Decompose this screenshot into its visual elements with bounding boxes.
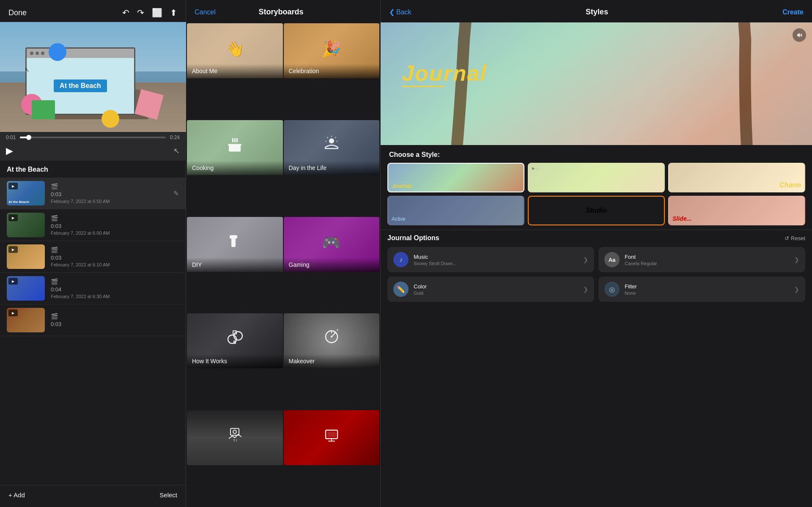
cancel-button[interactable]: Cancel [195,8,216,16]
story-card-celebration[interactable]: 🎉 Celebration [284,23,380,78]
story-card-bottom2[interactable] [284,410,380,465]
option-color[interactable]: ✏️ Color Gold ❯ [387,277,594,302]
style-thumb-charm[interactable]: Charm [668,163,805,192]
svg-rect-2 [232,138,233,142]
option-value-font: Canela Regular [625,261,789,266]
timeline-track[interactable] [20,137,165,138]
mute-icon[interactable] [793,28,806,42]
share-icon[interactable]: ⬆ [170,8,177,18]
time-current: 0:01 [6,134,16,140]
styles-title: Styles [586,8,608,16]
svg-line-9 [327,137,328,138]
editor-footer: + Add Select [0,485,186,507]
style-thumb-studio[interactable]: Studio [528,196,665,225]
style-thumb-active[interactable]: Active [387,196,524,225]
editor-panel: Done ↶ ↷ ⬜ ⬆ At the Beach ↖ [0,0,186,507]
video-preview: At the Beach ↖ [0,22,186,132]
clip-duration: 0:03 [51,223,179,229]
video-icon: 🎬 [51,183,58,190]
makeover-icon: + [322,328,341,350]
story-card-makeover[interactable]: + Makeover [284,313,380,368]
option-label-font: Font [625,254,789,260]
clip-duration: 0:03 [51,321,179,327]
style-thumb-slide[interactable]: Slide... [668,196,805,225]
diy-icon [225,231,244,253]
option-font[interactable]: Aa Font Canela Regular ❯ [598,247,805,272]
video-controls: 0:01 0:24 ▶ ↖ [0,132,186,161]
clip-edit-icon[interactable]: ✎ [173,189,179,197]
add-button[interactable]: + Add [8,491,25,499]
options-grid: ♪ Music Snowy Stroll Down... ❯ Aa Font C… [387,247,805,302]
story-card-label: How It Works [192,358,227,364]
journal-options-title: Journal Options [387,234,439,242]
chevron-right-icon: ❯ [583,286,588,293]
play-button[interactable]: ▶ [6,145,13,156]
option-music[interactable]: ♪ Music Snowy Stroll Down... ❯ [387,247,594,272]
svg-rect-28 [327,432,336,437]
select-button[interactable]: Select [159,491,177,499]
story-card-cooking[interactable]: Cooking [187,120,283,175]
undo-icon[interactable]: ↶ [122,8,129,18]
bottom1-icon: ? ! [225,424,244,447]
story-card-day-in-life[interactable]: Day in the Life [284,120,380,175]
story-card-how-it-works[interactable]: How It Works [187,313,283,368]
clip-item[interactable]: ▶ 🎬 0:03 February 7, 2022 at 6:00 AM [0,209,186,241]
story-card-bottom1[interactable]: ? ! [187,410,283,465]
svg-rect-4 [236,138,238,142]
video-icon: 🎬 [51,215,58,222]
clip-date: February 7, 2022 at 6:00 AM [51,230,179,236]
clip-date: February 7, 2022 at 6:10 AM [51,262,179,267]
redo-icon[interactable]: ↷ [137,8,144,18]
storyboards-panel: Cancel Storyboards 👋 About Me 🎉 Celebrat… [186,0,381,507]
story-card-diy[interactable]: DIY [187,217,283,272]
story-card-label: Gaming [289,261,310,268]
story-card-about-me[interactable]: 👋 About Me [187,23,283,78]
story-card-label: Cooking [192,164,214,171]
story-card-gaming[interactable]: 🎮 Gaming [284,217,380,272]
clip-info: 🎬 0:03 February 7, 2022 at 6:00 AM [51,215,179,236]
clip-info: 🎬 0:03 [51,313,179,327]
music-icon: ♪ [393,252,409,267]
style-thumb-2[interactable]: ▶ ... [528,163,665,192]
font-icon: Aa [604,252,620,267]
svg-point-5 [329,138,334,143]
back-button[interactable]: ❮ Back [389,8,411,16]
clip-thumbnail: ▶ At the Beach [7,181,45,206]
done-button[interactable]: Done [8,8,27,17]
style-label: Studio [586,207,607,214]
styles-panel: ❮ Back Styles Create [381,0,812,507]
clip-list: ▶ At the Beach 🎬 0:03 February 7, 2022 a… [0,176,186,485]
celebration-icon: 🎉 [322,40,341,58]
option-value-filter: None [625,290,789,296]
clip-duration: 0:03 [51,255,179,261]
svg-text:? !: ? ! [233,438,237,443]
clip-info: 🎬 0:03 February 7, 2022 at 6:10 AM [51,247,179,267]
fullscreen-button[interactable]: ↖ [173,146,180,156]
chevron-left-icon: ❮ [389,8,395,16]
svg-point-23 [233,430,236,433]
reset-button[interactable]: ↺ Reset [785,235,805,241]
clip-date: February 7, 2022 at 6:30 AM [51,294,179,299]
option-filter[interactable]: ◎ Filter None ❯ [598,277,805,302]
clip-item[interactable]: ▶ 🎬 0:03 February 7, 2022 at 6:10 AM [0,241,186,273]
clip-thumbnail: ▶ [7,213,45,237]
clip-thumbnail: ▶ [7,308,45,332]
filter-icon: ◎ [604,282,620,297]
style-thumb-journal[interactable]: Journal [387,163,524,192]
clip-item[interactable]: ▶ 🎬 0:04 February 7, 2022 at 6:30 AM [0,273,186,304]
create-button[interactable]: Create [782,8,804,16]
style-label: Active [392,216,406,222]
green-rect-sticker [32,100,55,119]
playback-controls: ▶ ↖ [6,144,180,158]
option-text-font: Font Canela Regular [625,254,789,266]
chevron-right-icon: ❯ [583,256,588,263]
clip-item[interactable]: ▶ 🎬 0:03 [0,304,186,336]
story-card-label: Day in the Life [289,164,327,171]
clip-thumbnail: ▶ [7,244,45,269]
cooking-icon [225,134,244,156]
styles-grid: Journal ▶ ... Charm Active Studio Slide.… [381,163,812,230]
trim-icon[interactable]: ⬜ [152,8,162,18]
clip-item[interactable]: ▶ At the Beach 🎬 0:03 February 7, 2022 a… [0,178,186,209]
editor-header: Done ↶ ↷ ⬜ ⬆ [0,0,186,22]
project-title: At the Beach [0,161,186,176]
